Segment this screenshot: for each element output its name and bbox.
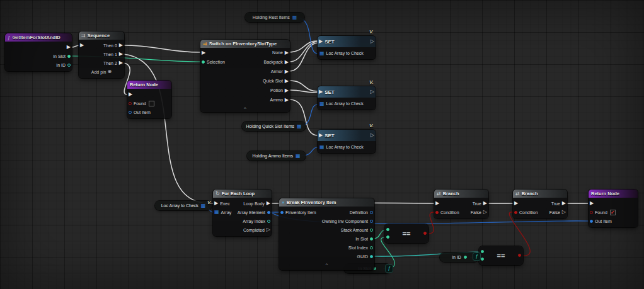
node-getitemforslotandid[interactable]: ƒ GetItemForSlotAndID ▶ In Slot In ID — [5, 33, 72, 71]
node-header: ƒ GetItemForSlotAndID — [5, 33, 72, 42]
found-checkbox[interactable] — [149, 101, 154, 106]
array-out-pin[interactable]: ▦ — [201, 203, 206, 208]
exec-in-pin[interactable]: ▶ — [319, 89, 323, 94]
then-0-pin[interactable]: ▶ — [119, 43, 123, 48]
pin-label: Loc Array to Check — [326, 145, 364, 149]
exec-in-pin[interactable]: ▶ — [319, 39, 323, 44]
pin-label: Loc Array to Check — [326, 101, 364, 106]
node-return-1[interactable]: Return Node ▶ Found Out Item — [127, 81, 171, 118]
pin-label: True — [551, 201, 560, 206]
node-break-finventory-item[interactable]: × Break FInventory Item FInventory ItemD… — [279, 198, 374, 270]
quick-slot-pin[interactable]: ▶ — [285, 79, 289, 84]
bool-out-pin[interactable] — [423, 232, 427, 235]
exec-in-pin[interactable]: ▶ — [319, 133, 323, 138]
out-item-pin[interactable] — [590, 220, 593, 223]
array-pin[interactable]: ▦ — [319, 101, 325, 106]
getter-holding-quick-slot-items[interactable]: Holding Quick Slot Items ▦ — [242, 122, 306, 131]
true-pin[interactable]: ▶ — [483, 201, 487, 206]
exec-in-pin[interactable]: ▶ — [129, 92, 132, 97]
node-sequence[interactable]: ⇉ Sequence ▶Then 0▶ Then 1▶ Then 2▶ Add … — [79, 31, 124, 78]
exec-in-pin[interactable]: ▶ — [590, 201, 594, 206]
finventory-item-pin[interactable] — [280, 211, 284, 214]
array-out-pin[interactable]: ▦ — [297, 124, 302, 129]
node-equals-1[interactable]: == — [384, 224, 428, 243]
id-out-pin[interactable] — [464, 256, 467, 259]
node-set-3[interactable]: ▶ SET ▷ ▦ Loc Array to Check — [318, 130, 376, 153]
getter-holding-rest-items[interactable]: Holding Rest Items ▦ — [245, 13, 304, 22]
node-return-2[interactable]: Return Node ▶ Found✓ Out Item — [589, 190, 638, 227]
found-pin[interactable] — [129, 102, 132, 105]
then-1-pin[interactable]: ▶ — [119, 52, 123, 57]
node-set-2[interactable]: ▶ SET ▷ ▦ Loc Array to Check — [318, 86, 376, 110]
exec-in-pin[interactable]: ▶ — [514, 201, 518, 206]
node-branch-1[interactable]: ⇄ Branch ▶True▶ ConditionFalse▷ — [434, 190, 488, 218]
false-pin[interactable]: ▷ — [562, 210, 566, 215]
loop-body-pin[interactable]: ▶ — [267, 201, 270, 206]
array-out-pin[interactable]: ▦ — [296, 154, 301, 159]
collapse-arrow-icon[interactable]: ^ — [326, 262, 328, 268]
condition-pin[interactable] — [435, 211, 439, 214]
array-out-pin[interactable]: ▦ — [292, 15, 297, 20]
array-pin[interactable]: ▦ — [319, 145, 325, 150]
owning-inv-component-pin[interactable] — [370, 220, 373, 223]
node-switch-einventoryslottype[interactable]: ⇉ Switch on EInventorySlotType ▶None▶ Se… — [200, 40, 290, 112]
compare-b-pin[interactable] — [386, 235, 389, 239]
definition-pin[interactable] — [370, 211, 373, 214]
stack-amount-pin[interactable] — [370, 229, 373, 232]
then-2-pin[interactable]: ▶ — [119, 60, 123, 65]
exec-in-pin[interactable]: ▶ — [202, 50, 205, 55]
getter-loc-array-to-check[interactable]: Loc Array to Check ▦ — [155, 201, 212, 210]
condition-pin[interactable] — [514, 211, 517, 214]
in-id-pin[interactable] — [67, 64, 71, 67]
found-checkbox[interactable]: ✓ — [610, 210, 616, 215]
bool-out-pin[interactable] — [518, 254, 521, 257]
armor-pin[interactable]: ▶ — [285, 69, 289, 74]
in-slot-pin[interactable] — [67, 55, 71, 58]
wire-exec-then0-switch — [124, 45, 200, 52]
node-for-each-loop[interactable]: ↻ For Each Loop ▶ExecLoop Body▶ ▦ArrayAr… — [213, 190, 272, 236]
exec-in-pin[interactable]: ▶ — [435, 201, 439, 206]
exec-out-pin[interactable]: ▷ — [371, 39, 374, 44]
array-pin[interactable]: ▦ — [319, 51, 325, 56]
array-index-pin[interactable] — [267, 220, 270, 223]
in-slot-out-pin[interactable] — [370, 237, 373, 241]
sequence-icon: ⇉ — [81, 33, 86, 38]
true-pin[interactable]: ▶ — [562, 201, 566, 206]
array-element-pin[interactable] — [267, 211, 270, 214]
convert-function-icon[interactable]: ƒ — [473, 252, 481, 261]
node-branch-2[interactable]: ⇄ Branch ▶True▶ ConditionFalse▷ — [513, 190, 567, 218]
selection-pin[interactable] — [202, 60, 205, 64]
guid-pin[interactable] — [370, 255, 373, 258]
pin-label: In Slot — [53, 54, 66, 59]
compare-a-pin[interactable] — [386, 228, 389, 231]
getter-holding-ammo-items[interactable]: Holding Ammo Items ▦ — [247, 151, 306, 161]
ammo-pin[interactable]: ▶ — [285, 98, 289, 103]
false-pin[interactable]: ▷ — [483, 210, 487, 215]
compare-b-pin[interactable] — [481, 258, 484, 261]
none-pin[interactable]: ▶ — [285, 50, 289, 55]
exec-in-pin[interactable]: ▶ — [80, 43, 84, 48]
compare-a-pin[interactable] — [481, 250, 484, 253]
add-pin-button[interactable]: Add pin⊕ — [79, 67, 124, 76]
array-in-pin[interactable]: ▦ — [214, 210, 219, 215]
completed-pin[interactable]: ▷ — [267, 227, 270, 232]
slot-index-pin[interactable] — [370, 246, 373, 249]
found-pin[interactable] — [590, 211, 593, 214]
convert-function-icon[interactable]: ƒ — [385, 264, 393, 273]
exec-out-pin[interactable]: ▶ — [67, 45, 71, 50]
collapse-arrow-icon[interactable]: ^ — [244, 106, 246, 111]
pin-label: Condition — [440, 210, 459, 215]
blueprint-graph-canvas[interactable]: ƒ GetItemForSlotAndID ▶ In Slot In ID ⇉ … — [0, 0, 644, 289]
backpack-pin[interactable]: ▶ — [285, 60, 289, 65]
potion-pin[interactable]: ▶ — [285, 88, 289, 93]
exec-out-pin[interactable]: ▷ — [371, 89, 374, 94]
pin-label: Selection — [207, 60, 225, 64]
exec-in-pin[interactable]: ▶ — [214, 201, 218, 206]
add-pin-icon: ⊕ — [108, 69, 112, 74]
wire-holdingrest-set1 — [297, 18, 318, 54]
node-title: Return Node — [591, 191, 619, 196]
exec-out-pin[interactable]: ▷ — [371, 133, 374, 138]
node-set-1[interactable]: ▶ SET ▷ ▦ Loc Array to Check — [318, 36, 376, 59]
out-item-pin[interactable] — [129, 111, 132, 114]
node-equals-2[interactable]: == — [479, 246, 523, 265]
